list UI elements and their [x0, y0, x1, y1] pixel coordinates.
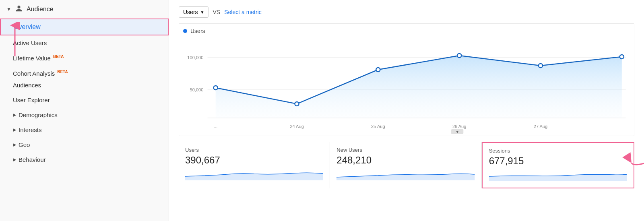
dropdown-arrow-icon: ▼ [200, 10, 204, 14]
demographics-expand-icon: ▶ [13, 112, 16, 118]
svg-point-6 [214, 86, 218, 90]
sidebar-item-overview[interactable]: Overview [0, 19, 169, 35]
chart-area: Users 100,000 50,000 [179, 23, 634, 136]
svg-point-8 [376, 68, 380, 72]
stat-box-new-users: New Users 248,210 [330, 142, 481, 188]
interests-expand-icon: ▶ [13, 127, 16, 132]
new-users-sparkline [336, 168, 475, 180]
sidebar-item-user-explorer[interactable]: User Explorer [0, 93, 169, 107]
metric-dropdown[interactable]: Users ▼ [179, 6, 208, 18]
demographics-label: Demographics [19, 112, 58, 118]
behaviour-expand-icon: ▶ [13, 157, 16, 162]
stats-row: Users 390,667 New Users 248,210 Sessions… [179, 142, 634, 188]
geo-expand-icon: ▶ [13, 142, 16, 147]
sidebar-item-lifetime-value[interactable]: Lifetime ValueBETA [0, 50, 169, 66]
users-sparkline [185, 168, 323, 180]
svg-text:▼: ▼ [456, 130, 459, 134]
metric-label: Users [183, 9, 198, 15]
svg-text:24 Aug: 24 Aug [290, 124, 304, 129]
behaviour-label: Behaviour [19, 156, 46, 163]
sessions-arrow-annotation [630, 155, 644, 171]
sidebar-item-active-users[interactable]: Active Users [0, 35, 169, 50]
sidebar-item-audiences[interactable]: Audiences [0, 78, 169, 93]
arrow-annotation-overview [5, 22, 25, 58]
sidebar-item-geo[interactable]: ▶ Geo [0, 137, 169, 152]
svg-point-11 [620, 55, 624, 59]
select-metric-link[interactable]: Select a metric [224, 9, 262, 15]
users-value: 390,667 [185, 155, 323, 166]
geo-label: Geo [19, 141, 30, 148]
svg-text:50,000: 50,000 [190, 87, 204, 92]
svg-text:26 Aug: 26 Aug [452, 124, 466, 129]
users-label: Users [185, 147, 323, 153]
chart-svg: 100,000 50,000 ... 24 Aug 25 Aug 26 Aug … [183, 37, 630, 134]
audience-label: Audience [27, 6, 54, 13]
sessions-value: 677,915 [489, 155, 627, 167]
sidebar-item-demographics[interactable]: ▶ Demographics [0, 107, 169, 122]
svg-point-10 [539, 64, 543, 68]
interests-label: Interests [19, 126, 42, 133]
sidebar-item-behaviour[interactable]: ▶ Behaviour [0, 152, 169, 167]
new-users-value: 248,210 [336, 155, 475, 166]
lifetime-value-beta: BETA [53, 54, 64, 59]
sessions-sparkline [489, 169, 627, 181]
user-explorer-label: User Explorer [13, 97, 50, 103]
expand-audience-icon: ▼ [6, 6, 11, 12]
sessions-label: Sessions [489, 148, 627, 154]
sidebar-item-cohort-analysis[interactable]: Cohort AnalysisBETA [0, 66, 169, 78]
cohort-analysis-label: Cohort Analysis [13, 70, 55, 77]
svg-point-9 [457, 54, 461, 58]
sidebar-item-interests[interactable]: ▶ Interests [0, 122, 169, 137]
new-users-label: New Users [336, 147, 475, 153]
legend-label: Users [190, 28, 205, 34]
person-icon [15, 5, 23, 14]
stat-box-users: Users 390,667 [179, 142, 330, 188]
cohort-analysis-beta: BETA [57, 70, 68, 74]
sidebar-audience-header[interactable]: ▼ Audience [0, 0, 169, 19]
stat-box-sessions: Sessions 677,915 [482, 142, 634, 188]
svg-point-7 [295, 102, 299, 106]
main-content: Users ▼ VS Select a metric Users 100,000 [169, 0, 644, 221]
svg-text:27 Aug: 27 Aug [534, 124, 548, 129]
legend-dot [183, 29, 187, 33]
top-controls: Users ▼ VS Select a metric [179, 6, 634, 18]
chart-legend: Users [183, 28, 630, 34]
audiences-label: Audiences [13, 82, 41, 89]
svg-text:...: ... [214, 124, 217, 129]
sidebar: ▼ Audience Overview Active Users Lifetim… [0, 0, 169, 221]
svg-text:100,000: 100,000 [187, 55, 203, 60]
vs-label: VS [213, 9, 220, 15]
svg-text:25 Aug: 25 Aug [371, 124, 385, 129]
